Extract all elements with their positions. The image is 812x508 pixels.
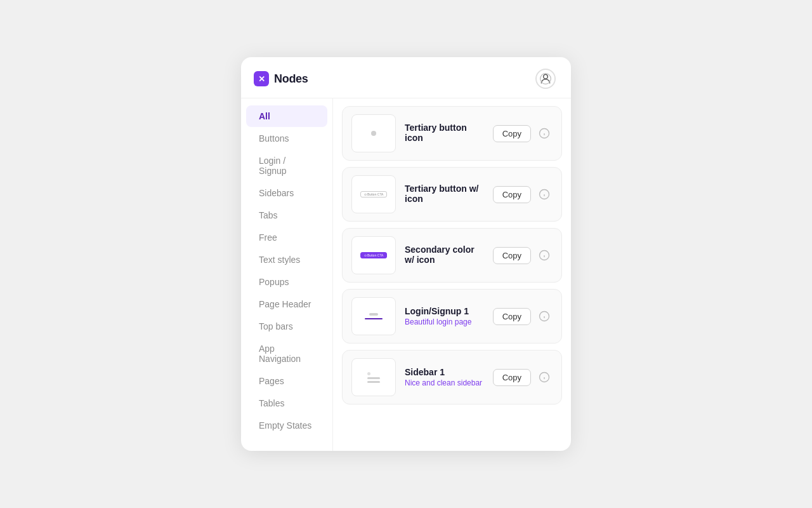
avatar-button[interactable]: [535, 69, 556, 89]
info-button-5[interactable]: [536, 369, 553, 385]
sidebar-item-buttons[interactable]: Buttons: [246, 128, 327, 149]
info-button-2[interactable]: [536, 186, 553, 203]
sidebar-item-login-signup[interactable]: Login / Signup: [246, 150, 327, 182]
card-actions-3: Copy: [493, 247, 553, 264]
sidebar-item-app-navigation[interactable]: App Navigation: [246, 338, 327, 370]
sidebar-item-sidebars[interactable]: Sidebars: [246, 182, 327, 204]
logo-icon: ✕: [254, 71, 269, 86]
sidebar-item-page-header[interactable]: Page Header: [246, 293, 327, 315]
card-title-4: Login/Signup 1: [405, 306, 484, 316]
thumb-sidebar-5: [365, 370, 383, 385]
card-subtitle-5: Nice and clean sidebar: [405, 378, 484, 387]
copy-button-4[interactable]: Copy: [493, 308, 531, 325]
card-sidebar-1: Sidebar 1 Nice and clean sidebar Copy: [342, 350, 562, 404]
card-thumbnail-1: [351, 114, 396, 152]
sidebar-item-popups[interactable]: Popups: [246, 271, 327, 293]
copy-button-5[interactable]: Copy: [493, 369, 531, 386]
info-button-3[interactable]: [536, 247, 553, 264]
thumb-secondary-btn: ⊙ Button CTA: [360, 252, 388, 258]
thumb-login-dot: [369, 313, 378, 316]
info-button-1[interactable]: [536, 125, 553, 142]
copy-button-2[interactable]: Copy: [493, 186, 531, 203]
card-info-1: Tertiary button icon: [405, 123, 484, 144]
logo-area: ✕ Nodes: [254, 71, 308, 86]
sidebar-item-tables[interactable]: Tables: [246, 392, 327, 414]
sidebar-item-text-styles[interactable]: Text styles: [246, 249, 327, 271]
thumb-dot-1: [371, 131, 376, 136]
card-title-2: Tertiary button w/ icon: [405, 184, 484, 204]
sidebar-item-all[interactable]: All: [246, 105, 327, 127]
copy-button-1[interactable]: Copy: [493, 125, 531, 142]
card-info-2: Tertiary button w/ icon: [405, 184, 484, 205]
thumb-sidebar-line-1: [367, 377, 380, 379]
card-tertiary-button-w-icon: ⊙ Button CTA Tertiary button w/ icon Cop…: [342, 167, 562, 222]
card-tertiary-button-icon: Tertiary button icon Copy: [342, 106, 562, 161]
sidebar-item-free[interactable]: Free: [246, 227, 327, 248]
app-container: ✕ Nodes All Buttons Login / Signup Sideb…: [241, 57, 571, 451]
sidebar-item-top-bars[interactable]: Top bars: [246, 316, 327, 337]
card-secondary-color-w-icon: ⊙ Button CTA Secondary color w/ icon Cop…: [342, 228, 562, 283]
card-info-5: Sidebar 1 Nice and clean sidebar: [405, 367, 484, 387]
logo-text: Nodes: [274, 72, 308, 86]
sidebar-item-empty-states[interactable]: Empty States: [246, 415, 327, 436]
card-actions-5: Copy: [493, 369, 553, 386]
card-info-4: Login/Signup 1 Beautiful login page: [405, 306, 484, 326]
card-actions-1: Copy: [493, 125, 553, 142]
card-title-5: Sidebar 1: [405, 367, 484, 377]
card-title-3: Secondary color w/ icon: [405, 244, 484, 265]
card-actions-2: Copy: [493, 186, 553, 203]
main-content: Tertiary button icon Copy: [333, 98, 571, 451]
thumb-btn-label: ⊙ Button CTA: [360, 191, 388, 197]
card-thumbnail-5: [351, 358, 396, 396]
sidebar-item-pages[interactable]: Pages: [246, 370, 327, 392]
card-thumbnail-3: ⊙ Button CTA: [351, 236, 396, 274]
thumb-button-row-3: ⊙ Button CTA: [360, 252, 388, 258]
thumb-button-row-2: ⊙ Button CTA: [360, 191, 388, 197]
card-login-signup-1: Login/Signup 1 Beautiful login page Copy: [342, 289, 562, 344]
card-subtitle-4: Beautiful login page: [405, 318, 484, 326]
card-thumbnail-2: ⊙ Button CTA: [351, 175, 396, 213]
info-button-4[interactable]: [536, 308, 553, 324]
thumb-login-4: [365, 313, 383, 319]
svg-point-0: [544, 74, 548, 79]
card-title-1: Tertiary button icon: [405, 123, 484, 143]
card-thumbnail-4: [351, 297, 396, 335]
thumb-sidebar-line-2: [367, 381, 380, 383]
copy-button-3[interactable]: Copy: [493, 247, 531, 264]
card-actions-4: Copy: [493, 308, 553, 325]
app-body: All Buttons Login / Signup Sidebars Tabs…: [241, 98, 571, 451]
sidebar: All Buttons Login / Signup Sidebars Tabs…: [241, 98, 333, 451]
sidebar-item-tabs[interactable]: Tabs: [246, 204, 327, 226]
thumb-login-line: [365, 318, 383, 319]
app-header: ✕ Nodes: [241, 57, 571, 98]
card-info-3: Secondary color w/ icon: [405, 244, 484, 266]
